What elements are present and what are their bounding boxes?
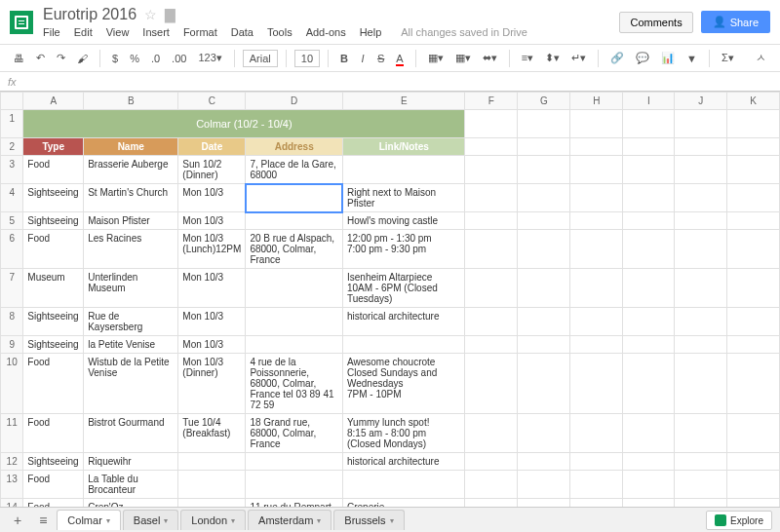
- share-button[interactable]: 👤Share: [701, 11, 770, 33]
- col-header[interactable]: D: [246, 93, 343, 110]
- cell-type[interactable]: Food: [23, 230, 84, 269]
- cell-date[interactable]: [178, 471, 246, 499]
- menu-edit[interactable]: Edit: [74, 26, 93, 38]
- menu-file[interactable]: File: [43, 26, 60, 38]
- explore-button[interactable]: Explore: [706, 511, 772, 522]
- undo-icon[interactable]: ↶: [32, 50, 49, 66]
- cell-date[interactable]: Tue 10/4 (Breakfast): [178, 414, 246, 453]
- cell-name[interactable]: St Martin's Church: [84, 184, 178, 212]
- row-header[interactable]: 1: [1, 110, 23, 138]
- merge-icon[interactable]: ⬌▾: [479, 50, 501, 66]
- header-name[interactable]: Name: [84, 138, 178, 156]
- more-formats-icon[interactable]: 123▾: [194, 50, 225, 66]
- italic-icon[interactable]: I: [356, 51, 370, 66]
- sheet-tab-london[interactable]: London▾: [180, 510, 246, 522]
- redo-icon[interactable]: ↷: [53, 50, 69, 66]
- cell-link[interactable]: Awesome choucrote Closed Sundays and Wed…: [342, 354, 464, 414]
- cell-link[interactable]: historical architecture: [342, 453, 464, 471]
- cell-link[interactable]: [342, 336, 464, 354]
- col-header[interactable]: I: [623, 93, 675, 110]
- cell-name[interactable]: Wistub de la Petite Venise: [84, 354, 178, 414]
- cell-address[interactable]: [246, 308, 343, 336]
- cell-address[interactable]: 20 B rue d Alspach, 68000, Colmar, Franc…: [246, 230, 343, 269]
- wrap-icon[interactable]: ↵▾: [567, 50, 590, 66]
- cell-address[interactable]: [246, 471, 343, 499]
- cell-link[interactable]: 12:00 pm - 1:30 pm 7:00 pm - 9:30 pm: [342, 230, 464, 269]
- cell-date[interactable]: Mon 10/3: [178, 212, 246, 230]
- currency-icon[interactable]: $: [108, 51, 122, 66]
- cell-address[interactable]: [246, 453, 343, 471]
- cell-name[interactable]: Les Racines: [84, 230, 178, 269]
- cell-date[interactable]: Mon 10/3: [178, 336, 246, 354]
- cell-type[interactable]: Sightseeing: [23, 336, 84, 354]
- folder-icon[interactable]: ▇: [165, 7, 176, 22]
- functions-icon[interactable]: Σ▾: [718, 50, 738, 66]
- percent-icon[interactable]: %: [126, 51, 143, 66]
- cell-address[interactable]: [246, 184, 343, 212]
- formula-input[interactable]: [26, 76, 772, 88]
- cell-link[interactable]: Yummy lunch spot! 8:15 am - 8:00 pm (Clo…: [342, 414, 464, 453]
- link-icon[interactable]: 🔗: [606, 50, 628, 66]
- comments-button[interactable]: Comments: [619, 12, 692, 33]
- sheet-tab-brussels[interactable]: Brussels▾: [333, 510, 404, 522]
- section-title[interactable]: Colmar (10/2 - 10/4): [23, 110, 465, 138]
- cell-address[interactable]: [246, 336, 343, 354]
- valign-icon[interactable]: ⬍▾: [541, 50, 564, 66]
- chart-icon[interactable]: 📊: [657, 50, 679, 66]
- menu-tools[interactable]: Tools: [267, 26, 292, 38]
- cell-type[interactable]: Food: [23, 156, 84, 184]
- cell-type[interactable]: Sightseeing: [23, 453, 84, 471]
- col-header[interactable]: H: [570, 93, 623, 110]
- header-date[interactable]: Date: [178, 138, 246, 156]
- cell-type[interactable]: Sightseeing: [23, 184, 84, 212]
- cell-name[interactable]: Riquewihr: [84, 453, 178, 471]
- cell-type[interactable]: Food: [23, 471, 84, 499]
- spreadsheet-grid[interactable]: ABCDEFGHIJK1Colmar (10/2 - 10/4)2TypeNam…: [0, 92, 780, 522]
- col-header[interactable]: K: [727, 93, 780, 110]
- cell-date[interactable]: [178, 453, 246, 471]
- cell-address[interactable]: 18 Grand rue, 68000, Colmar, France: [246, 414, 343, 453]
- sheet-tab-basel[interactable]: Basel▾: [123, 510, 179, 522]
- cell-link[interactable]: Right next to Maison Pfister: [342, 184, 464, 212]
- cell-date[interactable]: Mon 10/3 (Lunch)12PM: [178, 230, 246, 269]
- sheet-tab-amsterdam[interactable]: Amsterdam▾: [248, 510, 332, 522]
- cell-address[interactable]: [246, 269, 343, 308]
- borders-icon[interactable]: ▦▾: [451, 50, 475, 66]
- cell-date[interactable]: Mon 10/3: [178, 184, 246, 212]
- menu-help[interactable]: Help: [360, 26, 382, 38]
- doc-title[interactable]: Eurotrip 2016: [43, 6, 136, 23]
- cell-link[interactable]: [342, 156, 464, 184]
- cell-type[interactable]: Food: [23, 354, 84, 414]
- strike-icon[interactable]: S: [373, 51, 388, 66]
- star-icon[interactable]: ☆: [144, 7, 157, 22]
- halign-icon[interactable]: ≡▾: [518, 50, 537, 66]
- cell-type[interactable]: Food: [23, 414, 84, 453]
- header-link[interactable]: Link/Notes: [342, 138, 464, 156]
- cell-name[interactable]: Rue de Kaysersberg: [84, 308, 178, 336]
- cell-type[interactable]: Sightseeing: [23, 308, 84, 336]
- col-header[interactable]: C: [178, 93, 246, 110]
- cell-name[interactable]: la Petite Venise: [84, 336, 178, 354]
- menu-format[interactable]: Format: [183, 26, 217, 38]
- cell-name[interactable]: Bistrot Gourmand: [84, 414, 178, 453]
- fill-color-icon[interactable]: ▦▾: [424, 50, 448, 66]
- menu-insert[interactable]: Insert: [142, 26, 170, 38]
- col-header[interactable]: G: [518, 93, 570, 110]
- cell-address[interactable]: 7, Place de la Gare, 68000: [246, 156, 343, 184]
- dec-decimal-icon[interactable]: .0: [147, 51, 164, 66]
- all-sheets-button[interactable]: ≡: [31, 509, 55, 523]
- sheet-tab-colmar[interactable]: Colmar▾: [57, 510, 120, 522]
- cell-date[interactable]: Mon 10/3: [178, 308, 246, 336]
- cell-type[interactable]: Museum: [23, 269, 84, 308]
- cell-date[interactable]: Mon 10/3 (Dinner): [178, 354, 246, 414]
- text-color-icon[interactable]: A: [392, 51, 407, 66]
- cell-type[interactable]: Sightseeing: [23, 212, 84, 230]
- cell-link[interactable]: Isenheim Altarpiece 10AM - 6PM (Closed T…: [342, 269, 464, 308]
- menu-add-ons[interactable]: Add-ons: [306, 26, 346, 38]
- paint-format-icon[interactable]: 🖌: [73, 51, 92, 66]
- col-header[interactable]: F: [465, 93, 518, 110]
- cell-name[interactable]: La Table du Brocanteur: [84, 471, 178, 499]
- font-size-select[interactable]: 10: [294, 50, 320, 67]
- cell-name[interactable]: Maison Pfister: [84, 212, 178, 230]
- col-header[interactable]: E: [342, 93, 464, 110]
